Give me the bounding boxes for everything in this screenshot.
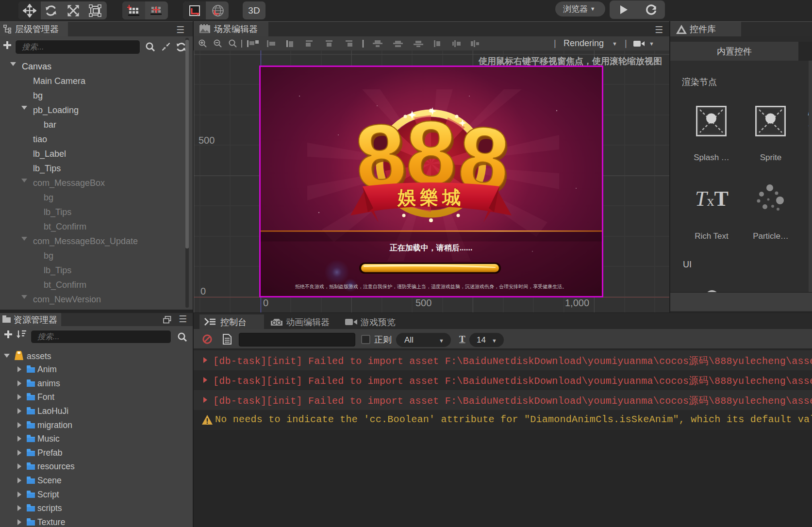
svg-text:正在加载中，请稍后......: 正在加载中，请稍后...... bbox=[389, 244, 473, 252]
svg-text:娛樂城: 娛樂城 bbox=[397, 187, 464, 208]
svg-text:拒绝不良游戏，抵制盗版游戏，注意自我保护，谨防受骗上当，适度: 拒绝不良游戏，抵制盗版游戏，注意自我保护，谨防受骗上当，适度游戏益脑，沉迷游戏伤… bbox=[295, 284, 567, 289]
